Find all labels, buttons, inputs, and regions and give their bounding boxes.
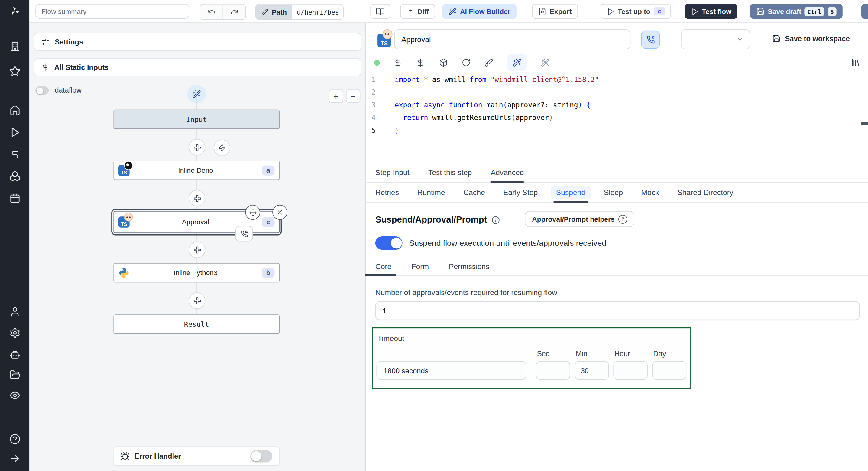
flow-node-inline-python[interactable]: Inline Python3 b <box>113 263 279 282</box>
all-static-inputs-button[interactable]: All Static Inputs <box>34 58 362 76</box>
approval-phone-toggle-button[interactable] <box>641 31 660 49</box>
test-up-to-step-badge: c <box>654 7 665 16</box>
variables-dollar-icon[interactable] <box>9 149 20 160</box>
add-trigger-button[interactable] <box>214 140 230 156</box>
test-up-to-button[interactable]: Test up to c <box>600 4 671 19</box>
delete-node-button[interactable] <box>272 205 287 220</box>
editor-code[interactable]: import * as wmill from "windmill-client@… <box>395 73 860 137</box>
bun-logo-icon <box>383 29 393 39</box>
flow-node-inline-deno[interactable]: TS Inline Deno a <box>113 160 279 180</box>
audit-eye-icon[interactable] <box>9 390 20 401</box>
variables-icon[interactable] <box>416 58 425 67</box>
diff-label: Diff <box>417 7 429 16</box>
zoom-out-button[interactable]: − <box>346 89 361 103</box>
add-step-button-4[interactable] <box>189 292 206 309</box>
redo-button[interactable] <box>222 4 245 19</box>
add-step-button-2[interactable] <box>189 190 206 206</box>
workers-robot-icon[interactable] <box>9 349 20 360</box>
suspend-config-tabs: Core Form Permissions <box>367 258 868 276</box>
subtab-suspend[interactable]: Suspend <box>556 183 586 202</box>
path-button[interactable]: Path u/henri/bes <box>255 4 344 20</box>
add-step-button-3[interactable] <box>189 241 206 258</box>
subtab-shared-directory[interactable]: Shared Directory <box>677 183 734 202</box>
timeout-sec-input[interactable] <box>536 361 570 380</box>
code-editor[interactable]: 12345 import * as wmill from "windmill-c… <box>367 71 868 162</box>
user-icon[interactable] <box>9 306 20 317</box>
info-icon[interactable] <box>491 215 500 224</box>
workspace-icon[interactable] <box>9 41 20 52</box>
template-select-dropdown[interactable] <box>681 29 750 49</box>
subtab-sleep[interactable]: Sleep <box>604 183 623 202</box>
subtab-runtime[interactable]: Runtime <box>417 183 445 202</box>
reload-icon[interactable] <box>462 58 471 67</box>
help-icon[interactable] <box>9 434 20 445</box>
ai-assistant-wand-button[interactable] <box>507 54 527 71</box>
runs-play-icon[interactable] <box>9 127 20 138</box>
code-line[interactable] <box>395 86 860 98</box>
error-handler-toggle[interactable] <box>250 450 272 462</box>
approval-phone-badge[interactable] <box>235 226 253 241</box>
windmill-logo-icon[interactable] <box>10 6 20 16</box>
test-flow-button[interactable]: Test flow <box>685 4 738 19</box>
editor-minimap[interactable] <box>861 71 868 162</box>
flow-summary-input[interactable] <box>35 4 189 19</box>
plus-icon <box>193 143 201 151</box>
collapse-arrow-icon[interactable] <box>9 453 20 464</box>
code-line[interactable]: export async function main(approver?: st… <box>395 98 860 111</box>
subtab-early-stop[interactable]: Early Stop <box>503 183 538 202</box>
library-icon[interactable] <box>851 57 860 67</box>
tab-advanced[interactable]: Advanced <box>491 163 524 182</box>
favorites-star-icon[interactable] <box>9 65 20 77</box>
path-value[interactable]: u/henri/bes <box>292 4 343 19</box>
timeout-summary-input[interactable] <box>377 361 526 380</box>
tab-permissions[interactable]: Permissions <box>449 258 490 275</box>
timeout-hour-input[interactable] <box>613 361 648 380</box>
save-to-workspace-button[interactable]: Save to workspace <box>772 34 850 42</box>
subtab-retries[interactable]: Retries <box>375 183 399 202</box>
flow-settings-button[interactable]: Settings <box>34 33 362 51</box>
diff-button[interactable]: Diff <box>400 4 435 19</box>
package-icon[interactable] <box>439 58 447 67</box>
undo-button[interactable] <box>200 4 222 19</box>
step-name-input[interactable] <box>394 29 630 49</box>
save-draft-button[interactable]: Save draft Ctrl S <box>750 4 843 19</box>
format-brush-icon[interactable] <box>485 58 493 67</box>
folders-icon[interactable] <box>9 370 20 381</box>
subtab-mock[interactable]: Mock <box>641 183 659 202</box>
subtab-cache[interactable]: Cache <box>463 183 485 202</box>
settings-gear-icon[interactable] <box>9 327 20 338</box>
path-label-segment[interactable]: Path <box>256 4 292 19</box>
schedules-calendar-icon[interactable] <box>9 193 20 204</box>
deploy-button-partial[interactable] <box>861 4 868 19</box>
min-label: Min <box>576 350 587 358</box>
flow-node-input[interactable]: Input <box>113 110 279 129</box>
suspend-flow-toggle[interactable] <box>375 236 403 250</box>
tab-step-input[interactable]: Step Input <box>375 163 409 182</box>
export-button[interactable]: Export <box>532 4 578 19</box>
home-icon[interactable] <box>9 105 20 116</box>
code-line[interactable]: import * as wmill from "windmill-client@… <box>395 73 860 86</box>
timeout-day-input[interactable] <box>652 361 687 380</box>
approval-prompt-helpers-button[interactable]: Approval/Prompt helpers ? <box>525 211 634 227</box>
resources-boxes-icon[interactable] <box>9 171 20 182</box>
error-handler-row[interactable]: Error Handler <box>113 446 279 466</box>
dataflow-toggle[interactable] <box>35 86 49 95</box>
flow-node-result[interactable]: Result <box>113 315 279 334</box>
code-line[interactable]: return wmill.getResumeUrls(approver) <box>395 111 860 124</box>
add-step-button-1[interactable] <box>189 139 206 156</box>
minimap-slider[interactable] <box>861 122 868 124</box>
zoom-in-button[interactable]: + <box>329 89 343 103</box>
ai-flow-builder-button[interactable]: AI Flow Builder <box>442 4 516 19</box>
ai-disabled-icon[interactable] <box>541 58 550 67</box>
docs-book-button[interactable] <box>370 4 390 19</box>
timeout-min-input[interactable] <box>575 361 609 380</box>
approvals-required-input[interactable] <box>375 301 860 320</box>
tab-form[interactable]: Form <box>411 258 429 275</box>
static-inputs-icon[interactable] <box>394 58 402 67</box>
move-node-button[interactable] <box>245 205 260 220</box>
code-line[interactable]: } <box>395 124 860 137</box>
kbd-ctrl: Ctrl <box>805 7 824 16</box>
suspend-toggle-label: Suspend flow execution until events/appr… <box>409 238 607 247</box>
tab-core[interactable]: Core <box>375 258 392 275</box>
tab-test-this-step[interactable]: Test this step <box>428 163 472 182</box>
